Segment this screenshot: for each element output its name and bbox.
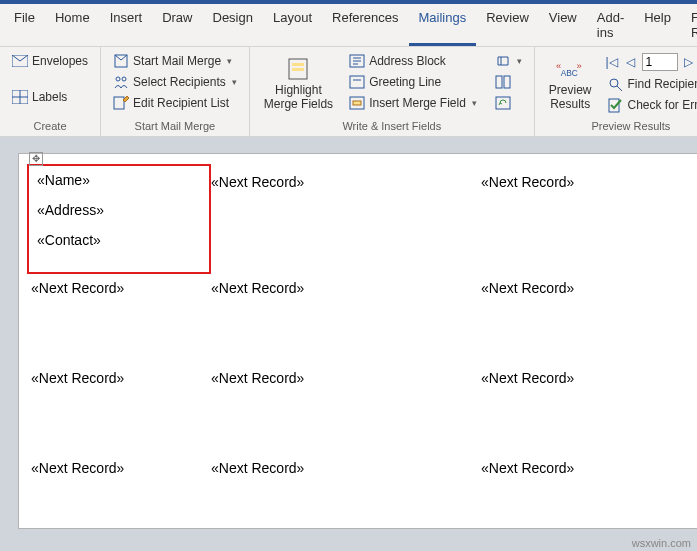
svg-rect-19 (496, 76, 502, 88)
match-fields-button[interactable] (491, 72, 526, 92)
watermark: wsxwin.com (632, 537, 691, 549)
next-record-field: «Next Record» (31, 370, 124, 386)
edit-list-icon (113, 95, 129, 111)
start-mail-merge-label: Start Mail Merge (133, 54, 221, 68)
label-cell[interactable]: «Next Record» (211, 168, 481, 274)
label-cell[interactable]: «Next Record» (481, 364, 681, 454)
document-area: ✥ «Name» «Address» «Contact» «Next Recor… (0, 137, 697, 551)
next-record-field: «Next Record» (481, 460, 574, 476)
labels-icon (12, 89, 28, 105)
svg-text:ABC: ABC (561, 68, 578, 78)
edit-recipient-list-button[interactable]: Edit Recipient List (109, 93, 241, 113)
tab-addins[interactable]: Add-ins (587, 4, 634, 46)
greeting-line-icon (349, 74, 365, 90)
labels-button[interactable]: Labels (8, 87, 92, 107)
tab-references[interactable]: References (322, 4, 408, 46)
greeting-line-button[interactable]: Greeting Line (345, 72, 481, 92)
envelope-icon (12, 53, 28, 69)
preview-results-label: Preview Results (549, 83, 592, 112)
envelopes-label: Envelopes (32, 54, 88, 68)
highlight-icon (284, 55, 312, 83)
address-block-label: Address Block (369, 54, 446, 68)
next-record-field: «Next Record» (481, 174, 574, 190)
address-block-button[interactable]: Address Block (345, 51, 481, 71)
start-mail-merge-button[interactable]: Start Mail Merge (109, 51, 241, 71)
envelopes-button[interactable]: Envelopes (8, 51, 92, 71)
highlight-merge-fields-label: Highlight Merge Fields (264, 83, 333, 112)
first-record-button[interactable]: |◁ (604, 53, 620, 71)
label-cell[interactable]: «Next Record» (31, 274, 211, 364)
page[interactable]: ✥ «Name» «Address» «Contact» «Next Recor… (18, 153, 697, 529)
next-record-field: «Next Record» (211, 280, 304, 296)
svg-rect-18 (353, 101, 361, 105)
tab-foxit[interactable]: Foxit Reade (681, 4, 697, 46)
rules-button[interactable] (491, 51, 526, 71)
check-errors-button[interactable]: Check for Errors (604, 95, 697, 115)
tab-help[interactable]: Help (634, 4, 681, 46)
next-record-field: «Next Record» (31, 280, 124, 296)
prev-record-button[interactable]: ◁ (623, 53, 639, 71)
next-record-button[interactable]: ▷ (681, 53, 697, 71)
label-cell[interactable]: «Next Record» (481, 168, 681, 274)
label-cell-first[interactable]: «Name» «Address» «Contact» (27, 164, 211, 274)
update-labels-button[interactable] (491, 93, 526, 113)
svg-rect-20 (504, 76, 510, 88)
label-cell[interactable]: «Next Record» (211, 274, 481, 364)
select-recipients-label: Select Recipients (133, 75, 226, 89)
group-write-insert: Highlight Merge Fields Address Block Gre… (250, 47, 535, 136)
tab-file[interactable]: File (4, 4, 45, 46)
preview-results-button[interactable]: «»ABC Preview Results (543, 51, 598, 116)
svg-line-26 (617, 86, 622, 91)
svg-point-25 (610, 79, 618, 87)
svg-rect-21 (496, 97, 510, 109)
group-start-mail-merge: Start Mail Merge Select Recipients Edit … (101, 47, 250, 136)
tab-mailings[interactable]: Mailings (409, 4, 477, 46)
table-anchor-icon[interactable]: ✥ (29, 152, 43, 166)
find-recipient-button[interactable]: Find Recipient (604, 74, 697, 94)
group-create-label: Create (8, 118, 92, 134)
label-cell[interactable]: «Next Record» (31, 454, 211, 514)
svg-rect-15 (350, 76, 364, 88)
ribbon: Envelopes Labels Create Sta (0, 47, 697, 137)
tab-insert[interactable]: Insert (100, 4, 153, 46)
label-cell[interactable]: «Next Record» (211, 364, 481, 454)
rules-icon (495, 53, 511, 69)
svg-rect-7 (114, 97, 124, 109)
preview-icon: «»ABC (556, 55, 584, 83)
label-cell[interactable]: «Next Record» (481, 454, 681, 514)
tab-home[interactable]: Home (45, 4, 100, 46)
insert-merge-field-label: Insert Merge Field (369, 96, 466, 110)
merge-field-contact: «Contact» (37, 232, 201, 248)
group-preview-results-label: Preview Results (543, 118, 697, 134)
svg-point-6 (122, 77, 126, 81)
label-cell[interactable]: «Next Record» (211, 454, 481, 514)
svg-point-5 (116, 77, 120, 81)
highlight-merge-fields-button[interactable]: Highlight Merge Fields (258, 51, 339, 116)
label-cell[interactable]: «Next Record» (481, 274, 681, 364)
group-create: Envelopes Labels Create (0, 47, 101, 136)
tab-design[interactable]: Design (203, 4, 263, 46)
group-write-insert-label: Write & Insert Fields (258, 118, 526, 134)
select-recipients-button[interactable]: Select Recipients (109, 72, 241, 92)
svg-rect-9 (292, 63, 304, 66)
merge-field-name: «Name» (37, 172, 201, 188)
next-record-field: «Next Record» (211, 460, 304, 476)
tab-layout[interactable]: Layout (263, 4, 322, 46)
insert-merge-field-button[interactable]: Insert Merge Field (345, 93, 481, 113)
mail-merge-icon (113, 53, 129, 69)
merge-field-address: «Address» (37, 202, 201, 218)
next-record-field: «Next Record» (211, 370, 304, 386)
next-record-field: «Next Record» (481, 280, 574, 296)
svg-rect-10 (292, 68, 304, 71)
check-errors-label: Check for Errors (628, 98, 697, 112)
group-preview-results: «»ABC Preview Results |◁ ◁ ▷ ▷| Find Rec… (535, 47, 697, 136)
find-recipient-label: Find Recipient (628, 77, 697, 91)
group-start-mail-merge-label: Start Mail Merge (109, 118, 241, 134)
insert-merge-field-icon (349, 95, 365, 111)
tab-review[interactable]: Review (476, 4, 539, 46)
label-cell[interactable]: «Next Record» (31, 364, 211, 454)
record-number-input[interactable] (642, 53, 678, 71)
next-record-field: «Next Record» (481, 370, 574, 386)
tab-draw[interactable]: Draw (152, 4, 202, 46)
tab-view[interactable]: View (539, 4, 587, 46)
